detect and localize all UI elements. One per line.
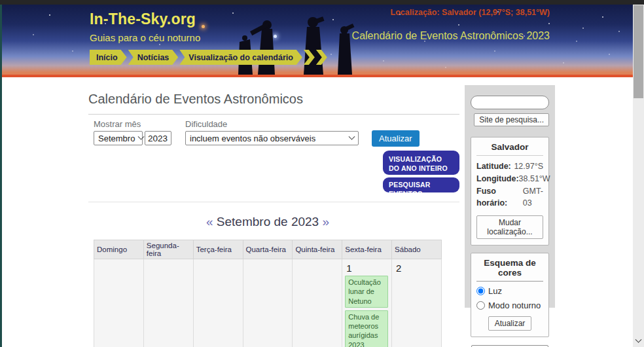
page-title: Calendário de Eventos Astronômicos [88,92,459,115]
calendar-month-title: « Setembro de 2023 » [94,215,442,229]
breadcrumb-item-news[interactable]: Notícias [128,50,179,65]
section-divider [88,202,459,202]
scheme-update-button[interactable]: Atualizar [488,316,532,331]
night-mode-radio[interactable] [476,301,485,310]
site-search-button[interactable]: Site de pesquisa... [474,113,549,126]
chevron-down-icon [635,337,642,343]
year-view-button[interactable]: VISUALIZAÇÃO DO ANO INTEIRO » [383,151,459,175]
timezone-row: Fuso horário: GMT-03 [476,185,543,210]
calendar-day-cell [193,259,243,347]
calendar-day-cell-1: 1 Ocultação lunar de Netuno Chuva de met… [342,259,392,347]
calendar-day-cell-2: 2 [392,259,442,347]
breadcrumb-arrow-icon [304,50,315,65]
right-sidebar: Site de pesquisa... Salvador Latitude: 1… [465,85,555,308]
calendar-day-cell [293,259,342,347]
calendar-day-cell [143,259,193,347]
day-number: 2 [394,261,439,276]
breadcrumb-item-home[interactable]: Início [90,50,127,65]
banner-page-heading: Calendário de Eventos Astronômicos 2023 [352,30,550,42]
difficulty-select-value: incluem eventos não observáveis [190,134,315,143]
light-mode-option[interactable]: Luz [476,286,543,296]
month-label: Mostrar mês [94,119,141,129]
night-mode-label: Modo noturno [488,301,541,310]
day-header-saturday: Sábado [392,240,442,259]
day-header-thursday: Quinta-feira [293,240,342,259]
day-header-friday: Sexta-feira [342,240,392,259]
site-title[interactable]: In-The-Sky.org [90,10,196,28]
day-header-monday: Segunda-feira [143,240,193,259]
calendar-header-row: Domingo Segunda-feira Terça-feira Quarta… [94,240,442,259]
change-location-button[interactable]: Mudar localização... [476,215,543,239]
longitude-value: 38.51°W [519,173,550,185]
calendar-next-link[interactable]: » [322,215,329,228]
search-input[interactable] [471,96,549,109]
month-select-value: Setembro [98,134,135,143]
event-link[interactable]: Chuva de meteoros aurígidas 2023 [345,310,388,347]
timezone-value: GMT-03 [523,185,543,210]
calendar-week-row: 1 Ocultação lunar de Netuno Chuva de met… [94,259,442,347]
latitude-row: Latitude: 12.97°S [476,160,543,173]
latitude-value: 12.97°S [511,160,543,173]
year-input[interactable] [145,131,171,145]
timezone-label: Fuso horário: [476,185,523,210]
breadcrumb-item-calendar-view[interactable]: Visualização do calendário [179,50,302,65]
difficulty-select[interactable]: incluem eventos não observáveis [185,131,359,145]
longitude-row: Longitude: 38.51°W [476,173,543,185]
light-mode-radio[interactable] [476,287,485,295]
site-subtitle: Guias para o céu noturno [90,32,200,43]
event-link[interactable]: Ocultação lunar de Netuno [345,276,388,308]
month-select[interactable]: Setembro [94,131,143,145]
light-mode-label: Luz [488,286,502,296]
calendar-day-cell [243,259,293,347]
color-scheme-card: Esquema de cores Luz Modo noturno Atuali… [471,253,549,337]
search-events-button[interactable]: PESQUISAR EVENTOS » [383,177,459,192]
breadcrumb: Início Notícias Visualização do calendár… [90,50,329,65]
day-header-sunday: Domingo [94,240,144,259]
site-banner: In-The-Sky.org Guias para o céu noturno … [0,5,633,77]
latitude-label: Latitude: [476,160,511,173]
day-number: 1 [344,261,389,276]
location-card-title: Salvador [476,142,543,156]
location-indicator[interactable]: Localização: Salvador (12,97°S; 38,51°W) [391,8,550,17]
calendar-title-text: Setembro de 2023 [217,215,319,228]
bright-star-orange-icon [202,25,205,28]
chevron-down-icon [349,133,355,139]
scrollbar-thumb[interactable] [634,5,643,98]
calendar-table: Domingo Segunda-feira Terça-feira Quarta… [94,240,442,347]
calendar-prev-link[interactable]: « [206,215,213,228]
day-header-wednesday: Quarta-feira [243,240,293,259]
difficulty-label: Dificuldade [185,119,227,129]
longitude-label: Longitude: [476,173,519,185]
location-card: Salvador Latitude: 12.97°S Longitude: 38… [471,137,549,246]
vertical-scrollbar[interactable] [633,0,644,347]
day-header-tuesday: Terça-feira [193,240,243,259]
page-left-border [0,0,2,347]
update-button[interactable]: Atualizar [372,130,420,147]
scroll-down-button[interactable] [633,337,644,346]
top-black-bar [0,0,644,5]
color-scheme-title: Esquema de cores [476,258,543,282]
night-mode-option[interactable]: Modo noturno [476,301,543,310]
breadcrumb-arrow-icon [316,50,327,65]
observers-silhouette-image [216,16,360,75]
calendar-day-cell [94,259,144,347]
chevron-down-icon [138,133,145,139]
